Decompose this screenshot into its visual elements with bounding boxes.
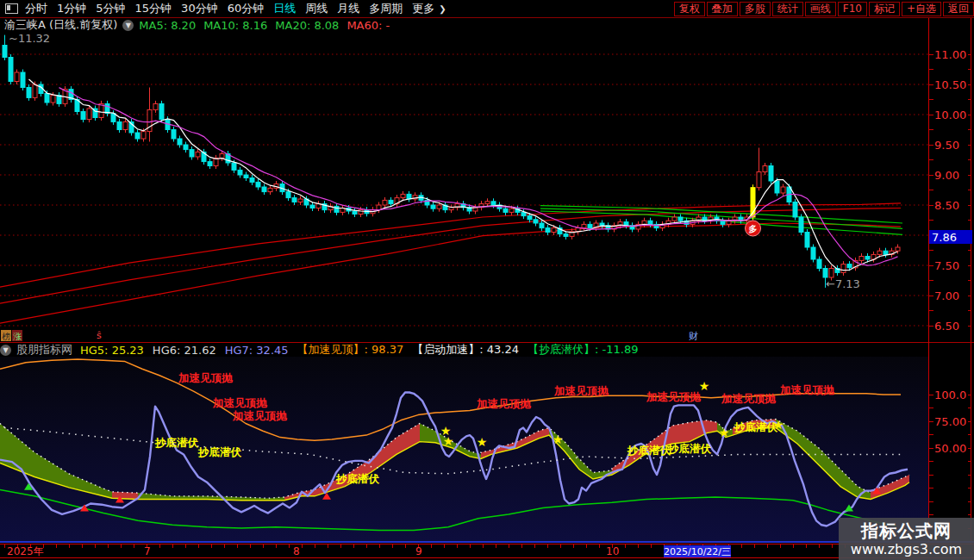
- price-tick-label: 10.50: [934, 78, 966, 91]
- star-marker-icon: ★: [719, 426, 730, 439]
- indicator-value-6: 【抄底潜伏】: -11.89: [528, 342, 638, 358]
- price-tick-label: 7.00: [934, 289, 959, 302]
- tab-daily[interactable]: 日线: [273, 1, 296, 16]
- low-annotation: ←7.13: [826, 277, 860, 290]
- tab-more[interactable]: 更多: [412, 1, 434, 16]
- news-marker-icon: 财: [689, 331, 698, 342]
- overlay-button[interactable]: 叠加: [707, 2, 738, 16]
- indicator-source: 股朋指标网: [16, 342, 72, 358]
- buy-signal-label: 抄底潜伏: [627, 444, 671, 457]
- buy-signal-label: 抄底潜伏: [197, 445, 242, 458]
- date-tick-label: 10: [606, 545, 619, 557]
- star-marker-icon: ★: [773, 418, 784, 432]
- rise-badge-icon: 涨: [13, 332, 22, 341]
- price-tick-label: 7.50: [934, 259, 959, 272]
- sell-signal-label: 加速见顶抛: [476, 397, 532, 410]
- sell-signal-label: 加速见顶抛: [212, 396, 268, 409]
- draw-line-button[interactable]: 画线: [805, 2, 836, 16]
- star-marker-icon: ★: [443, 434, 454, 448]
- indicator-header: ▼股朋指标网HG5: 25.23HG6: 21.62HG7: 32.45【加速见…: [0, 343, 926, 357]
- indicator-value-4: 【加速见顶】: 98.37: [297, 342, 404, 358]
- add-watchlist-button[interactable]: +自选: [902, 2, 941, 16]
- sell-signal-label: 加速见顶抛: [779, 383, 835, 396]
- sell-signal-label: 加速见顶抛: [646, 390, 702, 403]
- ma-value-4: MA60: -: [347, 19, 390, 32]
- star-marker-icon: ★: [477, 435, 488, 449]
- watermark-url: www.zbgs3.com: [851, 541, 962, 557]
- chevron-down-icon[interactable]: ▼: [0, 345, 11, 356]
- multi-stock-button[interactable]: 多股: [740, 2, 771, 16]
- watermark: 指标公式网 www.zbgs3.com: [839, 518, 974, 560]
- indicator-tick-label: 75.00: [934, 415, 966, 428]
- price-tick-label: 11.00: [934, 48, 966, 61]
- chevron-down-icon[interactable]: ▼: [122, 20, 134, 31]
- back-button[interactable]: 返回: [943, 2, 974, 16]
- sell-signal-label: 加速见顶抛: [178, 371, 234, 384]
- f10-button[interactable]: F10: [838, 2, 867, 16]
- sell-signal-label: 加速见顶抛: [721, 392, 777, 405]
- tab-multi-period[interactable]: 多周期: [369, 1, 403, 16]
- price-tick-label: 6.50: [934, 320, 959, 333]
- indicator-value-5: 【启动加速】: 43.24: [412, 342, 519, 358]
- adjust-button[interactable]: 复权: [674, 2, 705, 16]
- stock-title: 渝三峡A (日线.前复权): [4, 17, 117, 33]
- svg-text:多: 多: [749, 224, 758, 233]
- statistics-button[interactable]: 统计: [772, 2, 803, 16]
- rank-badge-icon: 榜: [2, 332, 10, 341]
- tab-15min[interactable]: 15分钟: [135, 1, 172, 16]
- tab-5min[interactable]: 5分钟: [96, 1, 125, 16]
- period-toolbar: 分时1分钟5分钟15分钟30分钟60分钟日线周线月线多周期更多❯复权叠加多股统计…: [0, 0, 974, 17]
- buy-signal-label: 抄底潜伏: [335, 472, 380, 485]
- tab-30min[interactable]: 30分钟: [181, 1, 218, 16]
- price-tick-label: 8.50: [934, 199, 959, 212]
- tab-1min[interactable]: 1分钟: [57, 1, 86, 16]
- price-tick-label: 9.00: [934, 169, 959, 182]
- indicator-value-3: HG7: 32.45: [225, 344, 289, 357]
- split-marker-icon: ŝ: [97, 330, 102, 341]
- date-tick-label: 9: [415, 545, 422, 557]
- panel-toggle-icon[interactable]: [5, 3, 18, 14]
- tab-weekly[interactable]: 周线: [305, 1, 328, 16]
- date-tick-label: 8: [293, 545, 300, 557]
- price-tick-label: 10.00: [934, 109, 966, 121]
- stock-info-bar: 渝三峡A (日线.前复权)▼MA5: 8.20MA10: 8.16MA20: 8…: [0, 17, 926, 33]
- tab-60min[interactable]: 60分钟: [228, 1, 265, 16]
- buy-signal-label: 抄底潜伏: [667, 442, 712, 455]
- indicator-tick-label: 100.0: [934, 389, 966, 401]
- date-tick-label: 2025年: [7, 545, 44, 557]
- date-tick-label: 7: [144, 545, 151, 557]
- sell-signal-label: 加速见顶抛: [553, 384, 609, 397]
- buy-signal-label: 抄底潜伏: [734, 420, 778, 433]
- long-signal-badge: 多: [746, 221, 761, 236]
- ma-value-1: MA5: 8.20: [139, 19, 196, 32]
- star-marker-icon: ★: [699, 379, 710, 393]
- current-price-value: 7.86: [932, 231, 957, 244]
- app-window: 分时1分钟5分钟15分钟30分钟60分钟日线周线月线多周期更多❯复权叠加多股统计…: [0, 0, 974, 560]
- ma-value-2: MA10: 8.16: [203, 19, 267, 32]
- highlighted-date-value: 2025/10/22/三: [664, 546, 731, 557]
- buy-signal-label: 抄底潜伏: [154, 436, 199, 449]
- mark-button[interactable]: 标记: [869, 2, 900, 16]
- chevron-right-icon: ❯: [439, 4, 446, 14]
- indicator-value-2: HG6: 21.62: [153, 344, 216, 357]
- chart-canvas[interactable]: ~11.32←7.13多榜涨ŝ财加速见顶抛加速见顶抛加速见顶抛加速见顶抛加速见顶…: [0, 0, 974, 560]
- tab-monthly[interactable]: 月线: [337, 1, 359, 16]
- price-tick-label: 9.50: [934, 139, 959, 152]
- indicator-tick-label: 50.00: [934, 442, 966, 455]
- ma-value-3: MA20: 8.08: [275, 19, 339, 32]
- star-marker-icon: ★: [553, 432, 564, 446]
- watermark-title: 指标公式网: [861, 520, 952, 541]
- sell-signal-label: 加速见顶抛: [232, 409, 288, 422]
- indicator-value-1: HG5: 25.23: [80, 344, 144, 357]
- high-annotation: ~11.32: [9, 32, 50, 45]
- tab-intraday[interactable]: 分时: [25, 1, 47, 16]
